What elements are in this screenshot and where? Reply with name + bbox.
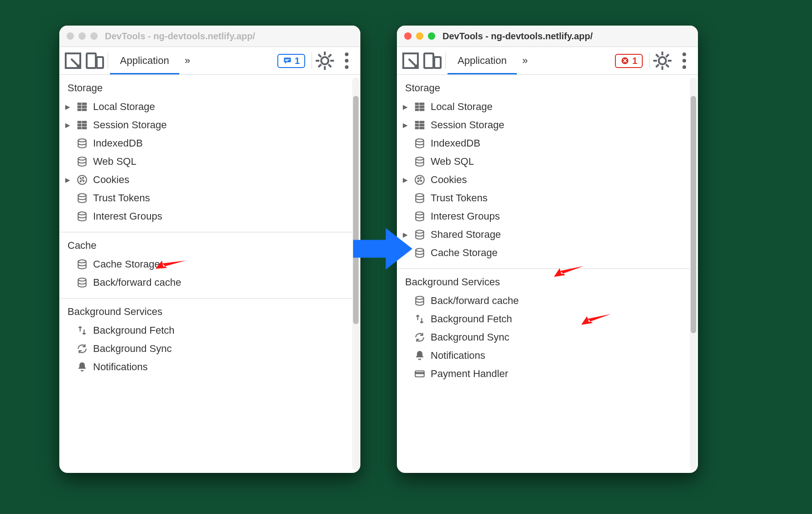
traffic-lights[interactable] (404, 32, 435, 40)
message-icon (283, 56, 292, 65)
section-title[interactable]: Background Services (397, 269, 698, 292)
tree-item[interactable]: ▶Cache Storage (59, 255, 360, 273)
tree-item[interactable]: ▶Notifications (59, 358, 360, 376)
tree-item-label: Notifications (431, 350, 485, 362)
db-icon (413, 294, 426, 307)
tree-item-label: Background Sync (431, 331, 509, 343)
badge-count: 1 (295, 56, 300, 66)
grid-icon (413, 100, 426, 113)
titlebar[interactable]: DevTools - ng-devtools.netlify.app/ (59, 26, 360, 47)
tree-item-label: Payment Handler (431, 368, 508, 380)
separator (445, 52, 446, 69)
gear-icon[interactable] (314, 47, 336, 74)
kebab-icon[interactable] (673, 47, 695, 74)
zoom-dot[interactable] (428, 32, 435, 40)
tree-item[interactable]: ▶Cookies (59, 171, 360, 189)
expand-arrow-icon[interactable]: ▶ (64, 103, 71, 110)
tree-item-label: IndexedDB (93, 137, 143, 149)
kebab-icon[interactable] (336, 47, 358, 74)
minimize-dot[interactable] (78, 32, 86, 40)
scrollbar[interactable] (352, 78, 359, 470)
sync-icon (413, 331, 426, 344)
tree-item[interactable]: ▶Back/forward cache (397, 292, 698, 310)
tree-item[interactable]: ▶Interest Groups (59, 207, 360, 226)
tree-item[interactable]: ▶Interest Groups (397, 207, 698, 226)
devtools-toolbar: Application » 1 (59, 47, 360, 75)
db-icon (413, 137, 426, 150)
tree-item[interactable]: ▶Back/forward cache (59, 273, 360, 292)
grid-icon (413, 119, 426, 131)
tree-item[interactable]: ▶Session Storage (397, 116, 698, 134)
close-dot[interactable] (404, 32, 411, 40)
cookie-icon (413, 173, 426, 186)
device-icon[interactable] (422, 47, 443, 74)
separator (108, 52, 108, 69)
tree-item[interactable]: ▶Local Storage (59, 98, 360, 116)
tree-item-label: Trust Tokens (93, 192, 150, 204)
section-title[interactable]: Storage (59, 75, 360, 98)
tree-item-label: Shared Storage (431, 229, 501, 241)
tree-item-label: IndexedDB (431, 137, 480, 149)
tree-item[interactable]: ▶Background Fetch (59, 321, 360, 340)
expand-arrow-icon[interactable]: ▶ (64, 121, 71, 129)
titlebar[interactable]: DevTools - ng-devtools.netlify.app/ (397, 26, 698, 47)
db-icon (413, 228, 426, 241)
tree-item[interactable]: ▶IndexedDB (59, 134, 360, 152)
tree-item[interactable]: ▶Background Sync (397, 328, 698, 346)
error-badge[interactable]: 1 (615, 54, 643, 68)
device-icon[interactable] (84, 47, 106, 74)
section-title[interactable]: Cache (59, 232, 360, 255)
devtools-window-after: DevTools - ng-devtools.netlify.app/ Appl… (397, 26, 698, 473)
expand-arrow-icon[interactable]: ▶ (401, 176, 409, 184)
tree-item[interactable]: ▶Web SQL (397, 152, 698, 171)
tree-item[interactable]: ▶Cookies (397, 171, 698, 189)
expand-arrow-icon[interactable]: ▶ (401, 121, 409, 129)
bell-icon (76, 361, 88, 373)
window-title: DevTools - ng-devtools.netlify.app/ (442, 31, 593, 42)
traffic-lights[interactable] (67, 32, 98, 40)
tree-item[interactable]: ▶Shared Storage (397, 226, 698, 244)
tab-application[interactable]: Application (110, 47, 179, 74)
scrollbar[interactable] (690, 78, 697, 470)
inspect-icon[interactable] (400, 47, 422, 74)
tree-item[interactable]: ▶Trust Tokens (397, 189, 698, 207)
tree-item-label: Local Storage (431, 101, 493, 113)
zoom-dot[interactable] (90, 32, 98, 40)
minimize-dot[interactable] (416, 32, 423, 40)
expand-arrow-icon[interactable]: ▶ (64, 176, 71, 184)
tree-item-label: Cookies (431, 174, 467, 186)
grid-icon (76, 119, 88, 131)
application-panel[interactable]: Storage▶Local Storage▶Session Storage▶In… (59, 75, 360, 473)
console-badge[interactable]: 1 (277, 54, 305, 68)
tree-item[interactable]: ▶Notifications (397, 346, 698, 365)
tree-item-label: Back/forward cache (431, 295, 519, 307)
tree-item-label: Web SQL (431, 156, 474, 168)
tree-item[interactable]: ▶Background Fetch (397, 310, 698, 328)
error-icon (620, 56, 630, 65)
inspect-icon[interactable] (62, 47, 84, 74)
gear-icon[interactable] (651, 47, 673, 74)
tree-item[interactable]: ▶Local Storage (397, 98, 698, 116)
application-panel[interactable]: Storage▶Local Storage▶Session Storage▶In… (397, 75, 698, 473)
section-title[interactable]: Background Services (59, 299, 360, 321)
tree-item[interactable]: ▶Payment Handler (397, 365, 698, 383)
section-title[interactable]: Storage (397, 75, 698, 98)
devtools-window-before: DevTools - ng-devtools.netlify.app/ Appl… (59, 26, 360, 473)
tree-item-label: Cache Storage (93, 258, 160, 270)
more-tabs-icon[interactable]: » (179, 55, 196, 67)
tab-application[interactable]: Application (448, 47, 517, 74)
tree-item[interactable]: ▶Background Sync (59, 340, 360, 358)
tree-item[interactable]: ▶IndexedDB (397, 134, 698, 152)
more-tabs-icon[interactable]: » (517, 55, 533, 67)
separator (649, 52, 650, 69)
db-icon (76, 210, 88, 223)
expand-arrow-icon[interactable]: ▶ (401, 103, 409, 110)
tree-item-label: Trust Tokens (431, 192, 488, 204)
tree-item[interactable]: ▶Web SQL (59, 152, 360, 171)
tree-item[interactable]: ▶Trust Tokens (59, 189, 360, 207)
tree-item-label: Local Storage (93, 101, 155, 113)
cookie-icon (76, 173, 88, 186)
tree-item[interactable]: ▶Session Storage (59, 116, 360, 134)
tree-item[interactable]: ▶Cache Storage (397, 244, 698, 262)
close-dot[interactable] (67, 32, 74, 40)
